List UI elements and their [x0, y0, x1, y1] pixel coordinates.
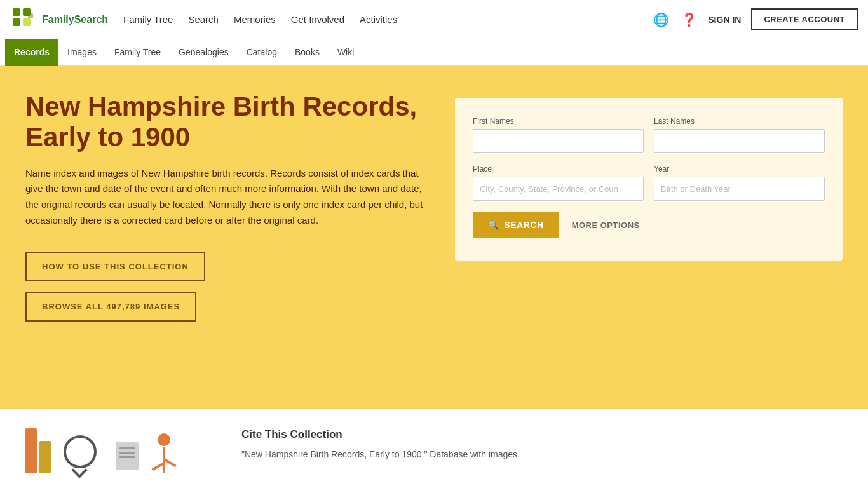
person-torso [163, 447, 165, 473]
circle-icon [64, 435, 97, 468]
svg-rect-2 [13, 18, 20, 26]
paper-line [119, 447, 135, 449]
place-label: Place [473, 165, 644, 173]
hero-buttons: HOW TO USE THIS COLLECTION BROWSE ALL 49… [25, 252, 430, 332]
paper-stack [116, 442, 139, 473]
hero-description: Name index and images of New Hampshire b… [25, 166, 430, 229]
bottom-section: Cite This Collection "New Hampshire Birt… [0, 409, 868, 488]
logo-icon [10, 6, 38, 34]
svg-rect-0 [13, 8, 20, 16]
top-nav: FamilySearch Family Tree Search Memories… [0, 0, 868, 39]
tab-images[interactable]: Images [58, 39, 105, 66]
place-input[interactable] [473, 177, 644, 201]
paper-line [119, 456, 135, 458]
second-nav: Records Images Family Tree Genealogies C… [0, 39, 868, 66]
how-to-use-button[interactable]: HOW TO USE THIS COLLECTION [25, 252, 205, 281]
place-field: Place [473, 165, 644, 201]
nav-right: 🌐 ❓ SIGN IN CREATE ACCOUNT [652, 8, 858, 30]
hero-section: New Hampshire Birth Records, Early to 19… [0, 66, 868, 409]
more-options-link[interactable]: MORE OPTIONS [572, 220, 640, 230]
search-actions: 🔍 SEARCH MORE OPTIONS [473, 212, 825, 238]
bar-2 [39, 441, 51, 473]
paper-line [119, 452, 135, 454]
search-button[interactable]: 🔍 SEARCH [473, 212, 559, 238]
tab-books[interactable]: Books [286, 39, 329, 66]
year-input[interactable] [654, 177, 825, 201]
bar-1 [25, 428, 37, 473]
search-icon: 🔍 [488, 220, 499, 230]
nav-memories[interactable]: Memories [234, 14, 276, 25]
tab-catalog[interactable]: Catalog [238, 39, 286, 66]
help-icon[interactable]: ❓ [680, 11, 698, 29]
first-names-label: First Names [473, 117, 644, 126]
tab-records[interactable]: Records [5, 39, 58, 66]
paper-1 [116, 442, 139, 470]
cite-title: Cite This Collection [241, 428, 843, 441]
person-illustration [158, 433, 170, 473]
first-names-field: First Names [473, 117, 644, 153]
brand-name: FamilySearch [42, 14, 108, 25]
logo[interactable]: FamilySearch [10, 6, 108, 34]
globe-icon[interactable]: 🌐 [652, 11, 670, 29]
person-figure [158, 433, 170, 473]
year-label: Year [654, 165, 825, 173]
search-row-2: Place Year [473, 165, 825, 201]
cite-area: Cite This Collection "New Hampshire Birt… [241, 428, 843, 461]
sign-in-link[interactable]: SIGN IN [708, 15, 741, 25]
last-names-label: Last Names [654, 117, 825, 126]
bar-chart-illustration [25, 428, 51, 473]
tab-genealogies[interactable]: Genealogies [170, 39, 238, 66]
tab-wiki[interactable]: Wiki [329, 39, 363, 66]
search-row-1: First Names Last Names [473, 117, 825, 153]
first-names-input[interactable] [473, 129, 644, 153]
hero-left: New Hampshire Birth Records, Early to 19… [25, 92, 430, 332]
magnifier-illustration [64, 435, 97, 470]
main-nav-links: Family Tree Search Memories Get Involved… [123, 14, 652, 25]
nav-family-tree[interactable]: Family Tree [123, 14, 173, 25]
search-card: First Names Last Names Place Year 🔍 SEAR… [455, 98, 843, 261]
last-names-input[interactable] [654, 129, 825, 153]
last-names-field: Last Names [654, 117, 825, 153]
svg-rect-3 [23, 18, 31, 26]
svg-rect-4 [28, 13, 33, 18]
paper-lines-1 [119, 447, 135, 461]
browse-images-button[interactable]: BROWSE ALL 497,789 IMAGES [25, 292, 196, 322]
person-head [158, 433, 170, 446]
hero-title: New Hampshire Birth Records, Early to 19… [25, 92, 430, 153]
search-button-label: SEARCH [505, 220, 544, 230]
tab-family-tree[interactable]: Family Tree [105, 39, 170, 66]
nav-activities[interactable]: Activities [360, 14, 397, 25]
cite-text: "New Hampshire Birth Records, Early to 1… [241, 447, 843, 461]
nav-get-involved[interactable]: Get Involved [291, 14, 344, 25]
nav-search[interactable]: Search [188, 14, 219, 25]
illustration-area [25, 428, 216, 473]
create-account-button[interactable]: CREATE ACCOUNT [751, 8, 858, 30]
year-field: Year [654, 165, 825, 201]
